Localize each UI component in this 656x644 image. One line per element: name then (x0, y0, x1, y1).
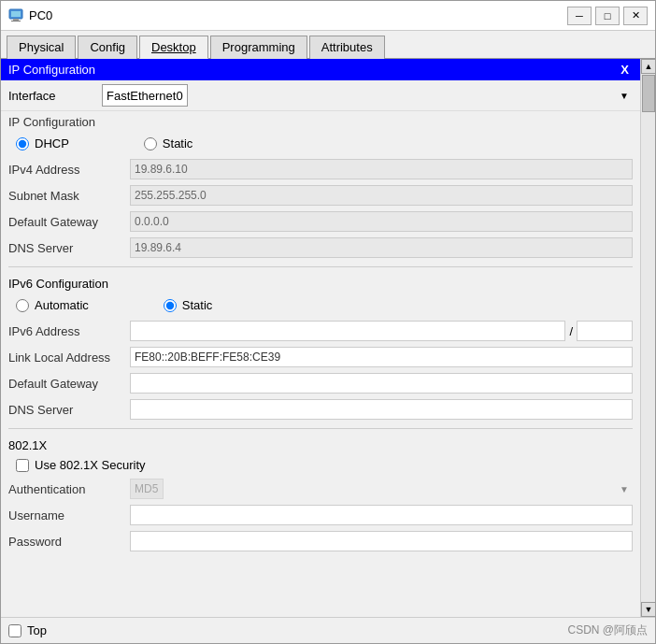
ipv6-gateway-row: Default Gateway (1, 370, 640, 396)
svg-rect-3 (11, 21, 21, 21)
use-8021x-checkbox[interactable] (16, 459, 29, 472)
interface-row: Interface FastEthernet0 (1, 80, 640, 111)
svg-rect-2 (13, 19, 19, 21)
radio-row-dhcp-static: DHCP Static (1, 131, 640, 156)
watermark: CSDN @阿颀点 (567, 623, 648, 638)
main-panel: IP Configuration X Interface FastEtherne… (1, 59, 640, 617)
top-checkbox[interactable] (8, 624, 21, 637)
use-8021x-label: Use 802.1X Security (35, 458, 146, 472)
8021x-section-label: 802.1X (1, 435, 640, 454)
ipv6-automatic-radio-item[interactable]: Automatic (16, 298, 89, 312)
dns-server-row: DNS Server (1, 235, 640, 261)
ipv6-prefix-input[interactable] (577, 321, 633, 341)
ipv6-static-label: Static (182, 298, 213, 312)
tab-desktop[interactable]: Desktop (139, 36, 208, 59)
dhcp-radio[interactable] (16, 137, 29, 150)
dhcp-radio-item[interactable]: DHCP (16, 136, 69, 150)
tab-bar: Physical Config Desktop Programming Attr… (1, 31, 655, 59)
password-input[interactable] (130, 531, 633, 551)
title-bar: PC0 ─ □ ✕ (1, 1, 655, 31)
ipv6-address-label: IPv6 Address (8, 324, 130, 338)
section-divider-2 (8, 428, 633, 429)
content-area: IP Configuration X Interface FastEtherne… (1, 59, 655, 617)
ipv6-dns-label: DNS Server (8, 403, 130, 417)
authentication-select[interactable]: MD5 (130, 479, 164, 499)
scrollbar-up-button[interactable]: ▲ (641, 59, 655, 74)
ip-config-title: IP Configuration (8, 63, 95, 77)
default-gateway-row: Default Gateway (1, 208, 640, 235)
scrollbar[interactable]: ▲ ▼ (640, 59, 655, 617)
section-divider-1 (8, 266, 633, 267)
ip-config-close-button[interactable]: X (617, 63, 633, 77)
ipv6-static-radio[interactable] (164, 299, 177, 312)
dns-server-label: DNS Server (8, 241, 130, 255)
password-label: Password (8, 535, 130, 549)
ipv6-address-row: IPv6 Address / (1, 318, 640, 344)
username-row: Username (1, 502, 640, 528)
ipv6-address-input[interactable] (130, 321, 565, 341)
tab-physical[interactable]: Physical (7, 36, 76, 59)
ipv6-automatic-radio[interactable] (16, 299, 29, 312)
bottom-checkbox-row: Top (8, 623, 47, 637)
dhcp-label: DHCP (35, 136, 69, 150)
bottom-bar: Top CSDN @阿颀点 (1, 617, 655, 643)
ipv6-section-label: IPv6 Configuration (1, 273, 640, 293)
minimize-button[interactable]: ─ (567, 7, 592, 25)
password-row: Password (1, 528, 640, 554)
interface-select-wrapper: FastEthernet0 (102, 84, 633, 107)
ipv6-radio-row: Automatic Static (1, 293, 640, 318)
ip-config-section-label: IP Configuration (1, 111, 640, 131)
ipv6-gateway-label: Default Gateway (8, 377, 130, 391)
subnet-mask-input[interactable] (130, 185, 633, 206)
ipv6-slash: / (569, 324, 573, 338)
ipv4-address-row: IPv4 Address (1, 156, 640, 182)
subnet-mask-row: Subnet Mask (1, 182, 640, 208)
link-local-row: Link Local Address (1, 344, 640, 370)
window-title: PC0 (29, 8, 562, 22)
top-label: Top (27, 623, 47, 637)
authentication-label: Authentication (8, 482, 130, 496)
ipv6-dns-row: DNS Server (1, 396, 640, 422)
dns-server-input[interactable] (130, 237, 633, 258)
tab-attributes[interactable]: Attributes (309, 36, 385, 59)
ipv6-static-radio-item[interactable]: Static (164, 298, 213, 312)
ipv6-automatic-label: Automatic (35, 298, 89, 312)
static-label: Static (163, 136, 193, 150)
ipv4-address-label: IPv4 Address (8, 163, 130, 177)
scrollbar-thumb[interactable] (642, 75, 655, 112)
close-button[interactable]: ✕ (623, 7, 648, 25)
maximize-button[interactable]: □ (595, 7, 620, 25)
username-input[interactable] (130, 505, 633, 525)
interface-label: Interface (8, 89, 102, 103)
authentication-select-wrapper: MD5 (130, 479, 633, 499)
scrollbar-track[interactable] (641, 74, 655, 602)
window-icon (8, 7, 23, 24)
ipv6-dns-input[interactable] (130, 399, 633, 420)
scrollbar-down-button[interactable]: ▼ (641, 602, 655, 617)
window-controls: ─ □ ✕ (567, 7, 648, 25)
svg-rect-1 (11, 11, 21, 17)
static-radio-item[interactable]: Static (144, 136, 193, 150)
static-radio[interactable] (144, 137, 157, 150)
link-local-label: Link Local Address (8, 351, 130, 365)
subnet-mask-label: Subnet Mask (8, 189, 130, 203)
tab-config[interactable]: Config (78, 36, 137, 59)
ipv4-address-input[interactable] (130, 159, 633, 179)
main-window: PC0 ─ □ ✕ Physical Config Desktop Progra… (0, 0, 656, 644)
ip-config-header: IP Configuration X (1, 59, 640, 80)
use-8021x-row[interactable]: Use 802.1X Security (1, 454, 640, 476)
ipv6-gateway-input[interactable] (130, 373, 633, 394)
default-gateway-input[interactable] (130, 211, 633, 232)
ipv6-address-inputs: / (130, 321, 633, 341)
authentication-row: Authentication MD5 (1, 476, 640, 502)
username-label: Username (8, 508, 130, 522)
tab-programming[interactable]: Programming (210, 36, 307, 59)
link-local-input[interactable] (130, 347, 633, 367)
default-gateway-label: Default Gateway (8, 215, 130, 229)
interface-select[interactable]: FastEthernet0 (102, 84, 188, 107)
